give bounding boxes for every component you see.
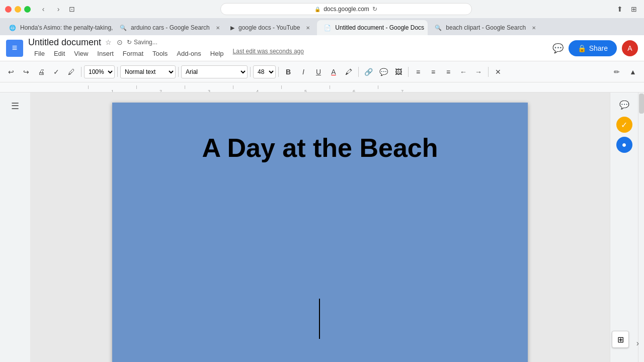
tab-favicon: 🔍: [435, 25, 442, 31]
close-button[interactable]: [5, 6, 12, 13]
ruler-mark-4: 4: [233, 85, 281, 89]
document-title-text[interactable]: A Day at the Beach: [112, 103, 528, 163]
title-bar: ‹ › ⊡ 🔒 docs.google.com ↻ ⬆ ⊞: [0, 0, 644, 18]
document-area[interactable]: A Day at the Beach: [30, 93, 610, 362]
tab-close-icon[interactable]: ✕: [532, 25, 536, 31]
tab-favicon: 🔍: [120, 25, 127, 31]
sidebar-left: ☰: [0, 93, 30, 362]
bookmark-button[interactable]: ⊙: [116, 37, 124, 47]
revision-icon[interactable]: ●: [616, 137, 632, 153]
font-selector[interactable]: Arial Times New Roman Verdana: [181, 65, 248, 78]
comments-sidebar-icon[interactable]: 💬: [616, 97, 632, 113]
tab-close-icon[interactable]: ✕: [306, 25, 310, 31]
text-color-button[interactable]: A: [327, 65, 341, 79]
doc-title[interactable]: Untitled document: [28, 37, 101, 48]
menu-addons[interactable]: Add-ons: [173, 48, 205, 59]
paint-format-button[interactable]: 🖊: [64, 65, 78, 79]
menu-insert[interactable]: Insert: [93, 48, 118, 59]
tab-label: arduino cars - Google Search: [131, 24, 210, 31]
tab-honda[interactable]: 🌐 Honda's Asimo: the penalty-taking, bar…: [2, 20, 113, 35]
tab-label: Untitled document - Google Docs: [335, 24, 424, 31]
separator: [117, 67, 118, 77]
ruler-mark-7: 7: [378, 85, 426, 89]
sidebar-toggle-button[interactable]: ⊡: [67, 4, 77, 14]
spellcheck-button[interactable]: ✓: [49, 65, 63, 79]
italic-button[interactable]: I: [296, 65, 310, 79]
docs-logo: ≡: [6, 40, 23, 57]
sidebar-right: 💬 ✓ ●: [610, 93, 638, 362]
clear-format-button[interactable]: ✕: [491, 65, 505, 79]
tab-docs-active[interactable]: 📄 Untitled document - Google Docs ✕: [317, 20, 428, 35]
edit-mode-button[interactable]: ✏: [610, 65, 624, 79]
comment-inline-button[interactable]: 💬: [376, 65, 390, 79]
extension-button[interactable]: ⊞: [629, 4, 639, 14]
zoom-selector[interactable]: 100% 75% 125% 150%: [84, 65, 115, 78]
tab-label: google docs - YouTube: [238, 24, 300, 31]
tab-favicon: ▶: [230, 25, 234, 31]
app-header: ≡ Untitled document ☆ ⊙ ↻ Saving... File…: [0, 35, 644, 61]
highlight-button[interactable]: 🖍: [342, 65, 356, 79]
doc-page[interactable]: A Day at the Beach: [112, 103, 528, 362]
underline-button[interactable]: U: [311, 65, 326, 79]
expand-arrow-icon[interactable]: ›: [636, 339, 639, 348]
menu-file[interactable]: File: [30, 48, 49, 59]
avatar-letter: A: [627, 44, 632, 52]
lock-icon: 🔒: [314, 7, 320, 12]
screenshot-button[interactable]: ⬆: [615, 4, 625, 14]
link-button[interactable]: 🔗: [361, 65, 375, 79]
separator: [81, 67, 82, 77]
saving-icon: ↻: [127, 39, 132, 46]
tab-close-icon[interactable]: ✕: [216, 25, 220, 31]
comments-button[interactable]: 💬: [552, 43, 564, 54]
style-selector[interactable]: Normal text Heading 1 Heading 2 Title: [120, 65, 176, 78]
last-edit-status[interactable]: Last edit was seconds ago: [233, 48, 304, 59]
scrollbar[interactable]: [638, 93, 644, 362]
menu-tools[interactable]: Tools: [148, 48, 172, 59]
ruler-mark-6: 6: [330, 85, 378, 89]
font-size-selector[interactable]: 48 11 12 14 18 24 36 72: [253, 65, 276, 78]
star-button[interactable]: ☆: [104, 37, 113, 47]
align-button[interactable]: ≡: [411, 65, 425, 79]
user-avatar[interactable]: A: [622, 40, 638, 56]
print-button[interactable]: 🖨: [34, 65, 48, 79]
expand-button[interactable]: ⊞: [612, 331, 629, 348]
suggestions-icon[interactable]: ✓: [616, 117, 632, 133]
menu-edit[interactable]: Edit: [50, 48, 69, 59]
image-button[interactable]: 🖼: [391, 65, 406, 79]
back-button[interactable]: ‹: [37, 4, 50, 14]
header-right: 💬 🔒 Share A: [552, 40, 638, 56]
window-controls: [5, 6, 31, 13]
tab-youtube[interactable]: ▶ google docs - YouTube ✕: [223, 20, 317, 35]
toolbar: ↩ ↪ 🖨 ✓ 🖊 100% 75% 125% 150% Normal text…: [0, 61, 644, 82]
forward-button[interactable]: ›: [52, 4, 65, 14]
tab-beach[interactable]: 🔍 beach clipart - Google Search ✕: [428, 20, 538, 35]
minimize-button[interactable]: [15, 6, 21, 13]
numbered-list-button[interactable]: ≡: [426, 65, 440, 79]
maximize-button[interactable]: [24, 6, 31, 13]
url-text: docs.google.com: [324, 6, 369, 13]
share-label: Share: [589, 44, 608, 52]
tab-arduino[interactable]: 🔍 arduino cars - Google Search ✕: [113, 20, 223, 35]
menu-help[interactable]: Help: [206, 48, 228, 59]
undo-button[interactable]: ↩: [4, 65, 18, 79]
ruler: 1 2 3 4 5 6 7: [0, 82, 644, 93]
bulleted-list-button[interactable]: ≡: [441, 65, 455, 79]
indent-decrease-button[interactable]: ←: [456, 65, 470, 79]
share-button[interactable]: 🔒 Share: [569, 40, 617, 56]
tab-favicon: 🌐: [9, 25, 16, 31]
reload-button[interactable]: ↻: [372, 6, 377, 13]
collapse-toolbar-button[interactable]: ▲: [626, 65, 640, 79]
separator: [358, 67, 359, 77]
menu-format[interactable]: Format: [119, 48, 147, 59]
indent-increase-button[interactable]: →: [471, 65, 486, 79]
ruler-mark-2: 2: [136, 85, 185, 89]
saving-status: ↻ Saving...: [127, 39, 157, 46]
tabs-bar: 🌐 Honda's Asimo: the penalty-taking, bar…: [0, 18, 644, 35]
menu-view[interactable]: View: [70, 48, 92, 59]
redo-button[interactable]: ↪: [19, 65, 33, 79]
outline-icon[interactable]: ☰: [8, 98, 22, 115]
bold-button[interactable]: B: [281, 65, 295, 79]
ruler-mark-5: 5: [281, 85, 330, 89]
address-bar[interactable]: 🔒 docs.google.com ↻: [220, 3, 472, 15]
tab-label: beach clipart - Google Search: [446, 24, 526, 31]
